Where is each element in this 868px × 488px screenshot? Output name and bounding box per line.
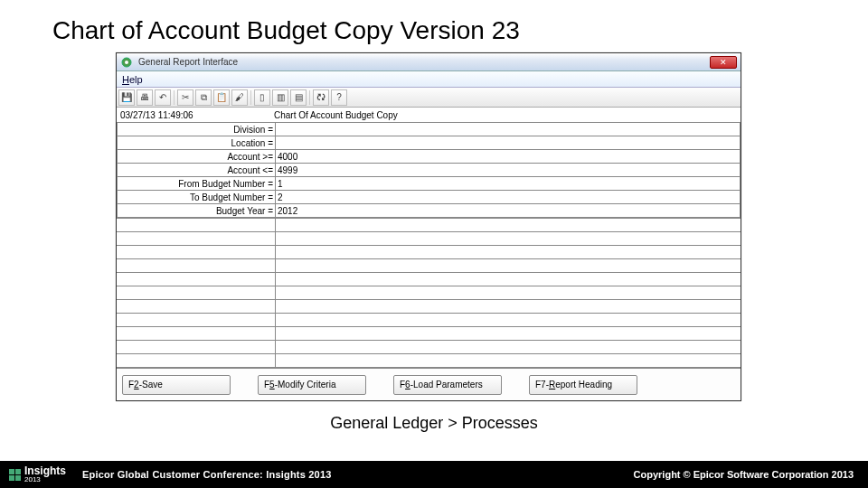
empty-label-col xyxy=(117,327,276,340)
close-button[interactable]: ✕ xyxy=(710,56,737,69)
empty-row xyxy=(117,259,741,273)
label-account-lte: Account <= xyxy=(118,164,276,177)
empty-label-col xyxy=(117,232,276,245)
tb-col2-button[interactable]: ▥ xyxy=(272,89,288,106)
client-area: 03/27/13 11:49:06 Chart Of Account Budge… xyxy=(117,108,741,400)
empty-label-col xyxy=(117,300,276,313)
app-window: General Report Interface ✕ Help 💾 🖶 ↶ ✂ … xyxy=(116,52,741,401)
close-icon: ✕ xyxy=(720,58,727,67)
empty-label-col xyxy=(117,259,276,272)
input-to-budget[interactable]: 2 xyxy=(276,191,741,204)
label-from-budget: From Budget Number = xyxy=(118,177,276,191)
tb-print-button[interactable]: 🖶 xyxy=(137,89,153,106)
tb-paste-button[interactable]: 📋 xyxy=(213,89,230,106)
field-from-budget: From Budget Number = 1 xyxy=(118,177,741,191)
menubar: Help xyxy=(117,71,741,88)
empty-row xyxy=(117,300,741,314)
tb-help-button[interactable]: ? xyxy=(331,89,347,106)
empty-row xyxy=(117,232,741,246)
input-location[interactable] xyxy=(276,136,741,150)
help-icon: ? xyxy=(336,92,342,102)
empty-label-col xyxy=(117,246,276,258)
field-division: Division = xyxy=(118,123,741,136)
tb-save-button[interactable]: 💾 xyxy=(118,89,135,106)
logo-squares-icon xyxy=(9,469,21,481)
empty-label-col xyxy=(117,354,276,367)
tb-separator-1 xyxy=(174,90,175,105)
insights-logo: Insights 2013 xyxy=(0,465,75,483)
tb-brush-button[interactable]: 🖌 xyxy=(231,89,248,106)
footer-copyright: Copyright © Epicor Software Corporation … xyxy=(634,469,868,480)
menu-help[interactable]: Help xyxy=(117,74,148,85)
column1-icon: ▯ xyxy=(259,92,265,102)
label-budget-year: Budget Year = xyxy=(118,204,276,218)
field-budget-year: Budget Year = 2012 xyxy=(118,204,741,218)
empty-row xyxy=(117,246,741,259)
logo-text: Insights 2013 xyxy=(24,465,66,483)
empty-label-col xyxy=(117,219,276,231)
label-account-gte: Account >= xyxy=(118,150,276,164)
empty-row xyxy=(117,273,741,286)
empty-label-col xyxy=(117,314,276,326)
empty-row xyxy=(117,327,741,341)
column3-icon: ▤ xyxy=(295,92,303,102)
tb-col3-button[interactable]: ▤ xyxy=(290,89,307,106)
refresh-icon: 🗘 xyxy=(316,92,326,102)
tb-cut-button[interactable]: ✂ xyxy=(177,89,193,106)
empty-row xyxy=(117,341,741,354)
window-title: General Report Interface xyxy=(137,57,706,67)
timestamp: 03/27/13 11:49:06 xyxy=(120,110,238,120)
f2-save-button[interactable]: F2-Save xyxy=(122,375,231,395)
info-row: 03/27/13 11:49:06 Chart Of Account Budge… xyxy=(117,108,741,122)
tb-col1-button[interactable]: ▯ xyxy=(254,89,270,106)
menu-help-rest: elp xyxy=(129,74,143,85)
tb-separator-3 xyxy=(309,90,310,105)
field-account-lte: Account <= 4999 xyxy=(118,164,741,177)
empty-row xyxy=(117,314,741,327)
brush-icon: 🖌 xyxy=(235,92,244,102)
floppy-icon: 💾 xyxy=(121,92,132,102)
label-division: Division = xyxy=(118,123,276,136)
column2-icon: ▥ xyxy=(277,92,285,102)
breadcrumb: General Ledger > Processes xyxy=(0,401,868,446)
f5-modify-button[interactable]: F5-Modify Criteria xyxy=(258,375,366,395)
tb-refresh-button[interactable]: 🗘 xyxy=(313,89,329,106)
field-to-budget: To Budget Number = 2 xyxy=(118,191,741,204)
scissors-icon: ✂ xyxy=(182,92,189,102)
input-account-gte[interactable]: 4000 xyxy=(276,150,741,164)
field-account-gte: Account >= 4000 xyxy=(118,150,741,164)
empty-rows xyxy=(117,218,741,368)
slide-title: Chart of Account Budget Copy Version 23 xyxy=(0,0,868,52)
app-icon xyxy=(120,56,133,69)
f7-report-button[interactable]: F7-Report Heading xyxy=(529,375,637,395)
titlebar: General Report Interface ✕ xyxy=(117,53,741,71)
empty-row xyxy=(117,286,741,300)
input-budget-year[interactable]: 2012 xyxy=(276,204,741,218)
undo-icon: ↶ xyxy=(159,92,166,102)
tb-copy-button[interactable]: ⧉ xyxy=(195,89,212,106)
slide-footer: Insights 2013 Epicor Global Customer Con… xyxy=(0,461,868,488)
tb-undo-button[interactable]: ↶ xyxy=(155,89,171,106)
input-from-budget[interactable]: 1 xyxy=(276,177,741,191)
empty-row xyxy=(117,354,741,368)
footer-conference: Epicor Global Customer Conference: Insig… xyxy=(75,469,332,480)
field-location: Location = xyxy=(118,136,741,150)
form-table: Division = Location = Account >= 4000 Ac… xyxy=(117,122,741,218)
copy-icon: ⧉ xyxy=(201,92,207,103)
printer-icon: 🖶 xyxy=(140,92,149,102)
input-division[interactable] xyxy=(276,123,741,136)
input-account-lte[interactable]: 4999 xyxy=(276,164,741,177)
f6-load-button[interactable]: F6-Load Parameters xyxy=(393,375,502,395)
form-title: Chart Of Account Budget Copy xyxy=(238,110,737,120)
clipboard-icon: 📋 xyxy=(216,92,227,102)
empty-label-col xyxy=(117,273,276,286)
tb-separator-2 xyxy=(250,90,251,105)
function-key-bar: F2-Save F5-Modify Criteria F6-Load Param… xyxy=(117,368,741,400)
label-location: Location = xyxy=(118,136,276,150)
empty-label-col xyxy=(117,341,276,353)
svg-point-1 xyxy=(125,61,128,64)
empty-row xyxy=(117,219,741,232)
label-to-budget: To Budget Number = xyxy=(118,191,276,204)
toolbar: 💾 🖶 ↶ ✂ ⧉ 📋 🖌 ▯ ▥ ▤ 🗘 ? xyxy=(117,88,741,108)
empty-label-col xyxy=(117,286,276,299)
